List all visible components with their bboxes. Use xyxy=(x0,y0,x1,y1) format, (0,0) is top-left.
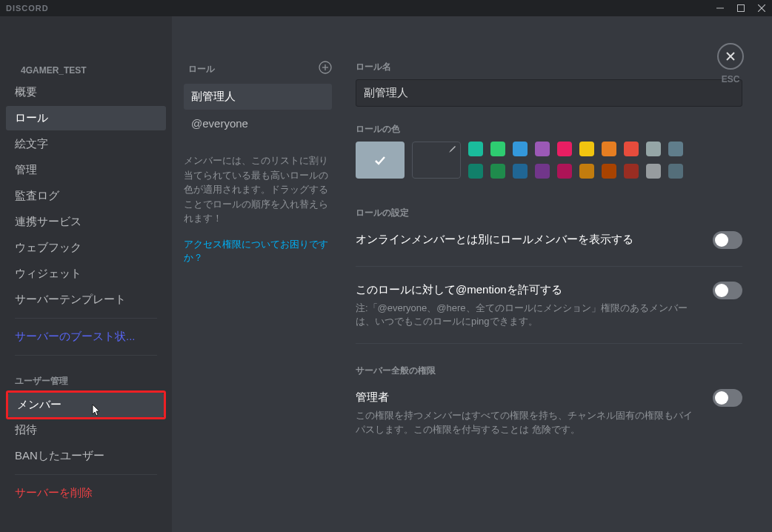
color-swatch[interactable] xyxy=(490,164,505,179)
role-item[interactable]: 副管理人 xyxy=(184,84,332,110)
sidebar-item-moderation[interactable]: 管理 xyxy=(6,158,166,182)
sidebar-item-bans[interactable]: BANしたユーザー xyxy=(6,444,166,468)
color-swatch[interactable] xyxy=(668,142,683,156)
color-swatch[interactable] xyxy=(646,142,661,156)
color-swatch[interactable] xyxy=(513,142,528,156)
close-label: ESC xyxy=(717,74,744,84)
divider xyxy=(15,474,157,475)
role-name-label: ロール名 xyxy=(356,61,742,73)
sidebar-item-template[interactable]: サーバーテンプレート xyxy=(6,287,166,312)
close-settings: ESC xyxy=(717,43,744,84)
role-color-label: ロールの色 xyxy=(356,123,742,136)
toggle-display-separately[interactable] xyxy=(713,231,742,249)
roles-help-text: メンバーには、このリストに割り当てられている最も高いロールの色が適用されます。ド… xyxy=(184,153,332,226)
role-name-input[interactable] xyxy=(356,79,742,107)
server-name-header: 4GAMER_TEST xyxy=(6,61,166,80)
highlight-annotation: メンバー xyxy=(6,390,166,419)
perm-administrator-note: この権限を持つメンバーはすべての権限を持ち、チャンネル固有の権限もバイパスします… xyxy=(356,409,698,436)
sidebar-item-delete-server[interactable]: サーバーを削除 xyxy=(6,481,166,505)
sidebar-item-audit-log[interactable]: 監査ログ xyxy=(6,184,166,208)
sidebar-item-emoji[interactable]: 絵文字 xyxy=(6,132,166,156)
setting-allow-mention: このロールに対して@mentionを許可する xyxy=(356,282,698,297)
role-settings-label: ロールの設定 xyxy=(356,207,742,219)
color-swatch[interactable] xyxy=(535,142,550,156)
color-swatch[interactable] xyxy=(557,142,572,156)
svg-rect-1 xyxy=(738,5,745,12)
sidebar-item-webhooks[interactable]: ウェブフック xyxy=(6,236,166,260)
color-swatch[interactable] xyxy=(646,164,661,179)
setting-allow-mention-note: 注:「@everyone、@here、全てのロールにメンション」権限のあるメンバ… xyxy=(356,302,698,328)
close-window-button[interactable] xyxy=(751,0,772,16)
minimize-button[interactable] xyxy=(710,0,731,16)
sidebar-item-integrations[interactable]: 連携サービス xyxy=(6,210,166,234)
general-perms-label: サーバー全般の権限 xyxy=(356,365,742,377)
role-item-everyone[interactable]: @everyone xyxy=(184,111,332,136)
eyedropper-icon xyxy=(447,145,456,156)
sidebar-item-members[interactable]: メンバー xyxy=(8,393,164,417)
color-swatch[interactable] xyxy=(602,142,616,156)
color-swatch[interactable] xyxy=(624,142,639,156)
color-swatch[interactable] xyxy=(579,142,594,156)
color-swatch[interactable] xyxy=(602,164,616,179)
user-mgmt-header: ユーザー管理 xyxy=(6,362,166,392)
color-swatch-custom[interactable] xyxy=(412,142,461,179)
color-swatch[interactable] xyxy=(579,164,594,179)
roles-help-link[interactable]: アクセス権限についてお困りですか？ xyxy=(184,238,332,265)
sidebar-item-invites[interactable]: 招待 xyxy=(6,418,166,442)
toggle-allow-mention[interactable] xyxy=(713,282,742,299)
color-swatch[interactable] xyxy=(624,164,639,179)
maximize-button[interactable] xyxy=(731,0,751,16)
color-swatch[interactable] xyxy=(668,164,683,179)
sidebar-item-overview[interactable]: 概要 xyxy=(6,80,166,104)
color-swatch[interactable] xyxy=(513,164,528,179)
color-swatch[interactable] xyxy=(468,164,483,179)
role-edit-panel: ロール名 ロールの色 ロールの設定 オンラインメンバーとは別にロールメンバーを表… xyxy=(344,16,772,532)
settings-sidebar: 4GAMER_TEST 概要 ロール 絵文字 管理 監査ログ 連携サービス ウェ… xyxy=(0,16,172,532)
app-brand: DISCORD xyxy=(6,4,49,13)
toggle-administrator[interactable] xyxy=(713,389,742,407)
divider xyxy=(15,355,157,356)
color-swatch[interactable] xyxy=(557,164,572,179)
roles-list-column: ロール 副管理人 @everyone メンバーには、このリストに割り当てられてい… xyxy=(172,16,344,532)
roles-header: ロール xyxy=(188,63,215,76)
window-controls xyxy=(710,0,772,16)
divider xyxy=(15,318,157,319)
add-role-icon[interactable] xyxy=(319,61,332,78)
perm-administrator: 管理者 xyxy=(356,389,698,405)
setting-display-separately: オンラインメンバーとは別にロールメンバーを表示する xyxy=(356,231,698,247)
close-button[interactable] xyxy=(717,43,744,70)
titlebar: DISCORD xyxy=(0,0,772,16)
color-swatch[interactable] xyxy=(490,142,505,156)
sidebar-item-widget[interactable]: ウィジェット xyxy=(6,262,166,286)
color-swatch[interactable] xyxy=(535,164,550,179)
sidebar-item-roles[interactable]: ロール xyxy=(6,106,166,130)
sidebar-item-boost[interactable]: サーバーのブースト状... xyxy=(6,325,166,349)
color-swatch-default[interactable] xyxy=(356,142,405,179)
color-swatch[interactable] xyxy=(468,142,483,156)
